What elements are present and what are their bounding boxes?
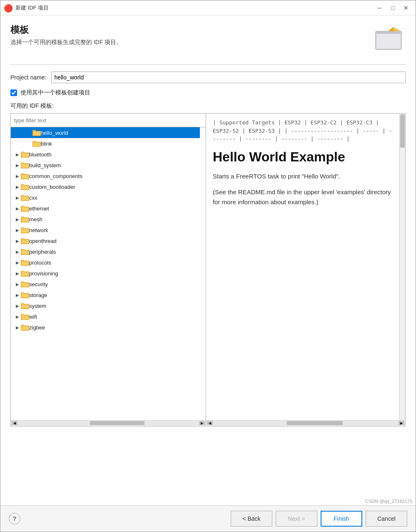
title-bar: 🔴 新建 IDF 项目 ─ □ ✕ [0, 0, 416, 15]
tree-label-wifi: wifi [29, 314, 37, 320]
arrow-security: ▶ [14, 281, 21, 287]
tree-item-custom-bootloader[interactable]: ▶ custom_bootloader [11, 181, 200, 192]
tree-item-system[interactable]: ▶ system [11, 300, 200, 311]
svg-rect-25 [22, 197, 28, 200]
cancel-button[interactable]: Cancel [366, 511, 407, 527]
tree-label-hello-world: hello_world [41, 130, 68, 136]
maximize-button[interactable]: □ [386, 2, 399, 13]
tree-label-protocols: protocols [29, 260, 51, 266]
folder-icon-storage [21, 292, 29, 298]
preview-h-scroll-left[interactable]: ◀ [207, 421, 213, 425]
svg-rect-48 [21, 282, 24, 283]
svg-rect-37 [22, 240, 28, 243]
h-scroll-track [17, 421, 199, 425]
preview-h-scrollbar[interactable]: ◀ ▶ [206, 420, 405, 426]
title-bar-left: 🔴 新建 IDF 项目 [4, 4, 49, 12]
tree-item-hello-world[interactable]: hello_world [11, 127, 200, 138]
h-scroll-left-btn[interactable]: ◀ [12, 421, 17, 425]
folder-icon-peripherals [21, 248, 29, 255]
preview-h-scroll-right[interactable]: ▶ [399, 421, 404, 425]
folder-icon-blink [32, 140, 41, 147]
tree-item-zigbee[interactable]: ▶ zigbee [11, 322, 200, 333]
tree-label-zigbee: zigbee [29, 324, 45, 331]
svg-marker-3 [388, 27, 393, 31]
arrow-mesh: ▶ [14, 216, 21, 223]
svg-rect-24 [21, 195, 24, 197]
filter-input[interactable] [11, 114, 206, 127]
svg-rect-55 [22, 305, 28, 308]
folder-icon-custom-bootloader [21, 183, 29, 190]
svg-rect-12 [21, 152, 24, 153]
arrow-custom-bootloader: ▶ [14, 183, 21, 190]
arrow-protocols: ▶ [14, 259, 21, 266]
tree-item-storage[interactable]: ▶ storage [11, 290, 200, 300]
svg-rect-9 [32, 141, 36, 143]
folder-icon-zigbee [21, 324, 29, 331]
folder-icon-common-components [21, 173, 29, 179]
svg-rect-7 [33, 132, 40, 135]
preview-content: | Supported Targets | ESP32 | ESP32-C2 |… [206, 114, 405, 420]
tree-item-openthread[interactable]: ▶ openthread [11, 235, 200, 246]
h-scroll-right-btn[interactable]: ▶ [199, 421, 205, 425]
svg-rect-30 [21, 217, 24, 218]
available-label: 可用的 IDF 模板: [10, 102, 406, 110]
header-logo [372, 24, 406, 53]
svg-rect-51 [21, 292, 24, 294]
svg-rect-10 [33, 143, 40, 146]
svg-rect-21 [21, 184, 24, 186]
tree-item-wifi[interactable]: ▶ wifi [11, 311, 200, 322]
arrow-ethernet: ▶ [14, 205, 21, 212]
tree-item-blink[interactable]: blink [11, 138, 200, 149]
main-window: 🔴 新建 IDF 项目 ─ □ ✕ 模板 选择一个可用的模板生成完整的 IDF … [0, 0, 416, 532]
tree-label-system: system [29, 303, 46, 309]
svg-rect-31 [22, 218, 28, 222]
finish-button[interactable]: Finish [321, 511, 362, 527]
tree-item-peripherals[interactable]: ▶ peripherals [11, 246, 200, 257]
page-subtitle: 选择一个可用的模板生成完整的 IDF 项目。 [10, 39, 122, 46]
right-v-scrollbar[interactable] [399, 114, 405, 420]
tree-item-mesh[interactable]: ▶ mesh [11, 214, 200, 225]
use-template-checkbox[interactable] [10, 89, 17, 96]
tree-item-common-components[interactable]: ▶ common_components [11, 171, 200, 181]
close-button[interactable]: ✕ [400, 2, 412, 13]
project-name-row: Project name: [10, 72, 406, 83]
separator-1 [10, 64, 406, 65]
tree-label-security: security [29, 281, 48, 287]
svg-rect-28 [22, 208, 28, 211]
panels-container: hello_world blink ▶ [10, 113, 406, 426]
title-bar-controls: ─ □ ✕ [373, 2, 412, 13]
arrow-peripherals: ▶ [14, 248, 21, 255]
help-button[interactable]: ? [9, 513, 20, 525]
arrow-network: ▶ [14, 227, 21, 233]
tree-label-openthread: openthread [29, 238, 57, 244]
folder-icon-ethernet [21, 205, 29, 212]
tree-item-ethernet[interactable]: ▶ ethernet [11, 203, 200, 214]
svg-rect-13 [22, 153, 28, 157]
tree-item-provisioning[interactable]: ▶ provisioning [11, 268, 200, 279]
tree-h-scrollbar[interactable]: ◀ ▶ [11, 420, 206, 426]
preview-table-text: | Supported Targets | ESP32 | ESP32-C2 |… [213, 119, 395, 143]
tree-item-protocols[interactable]: ▶ protocols [11, 257, 200, 268]
svg-rect-18 [21, 173, 24, 175]
tree-item-cxx[interactable]: ▶ cxx [11, 192, 200, 203]
tree-item-security[interactable]: ▶ security [11, 279, 200, 290]
tree-item-bluetooth[interactable]: ▶ bluetooth [11, 149, 200, 160]
tree-item-network[interactable]: ▶ network [11, 225, 200, 235]
logo-svg [372, 24, 406, 53]
svg-rect-15 [21, 163, 24, 164]
filter-input-container [11, 114, 206, 127]
folder-icon-wifi [21, 313, 29, 320]
csdn-watermark: CSDN @qq_27182175 [0, 498, 416, 505]
tree-container[interactable]: hello_world blink ▶ [11, 127, 206, 420]
back-button[interactable]: < Back [231, 511, 272, 527]
left-panel: hello_world blink ▶ [10, 113, 206, 426]
svg-rect-40 [22, 251, 28, 254]
svg-rect-45 [21, 271, 24, 272]
tree-item-build-system[interactable]: ▶ build_system [11, 160, 200, 171]
svg-rect-16 [22, 164, 28, 168]
arrow-system: ▶ [14, 302, 21, 309]
project-name-input[interactable] [51, 72, 406, 83]
preview-desc-1: Starts a FreeRTOS task to print "Hello W… [213, 171, 395, 181]
next-button[interactable]: Next > [276, 511, 317, 527]
minimize-button[interactable]: ─ [373, 2, 386, 13]
